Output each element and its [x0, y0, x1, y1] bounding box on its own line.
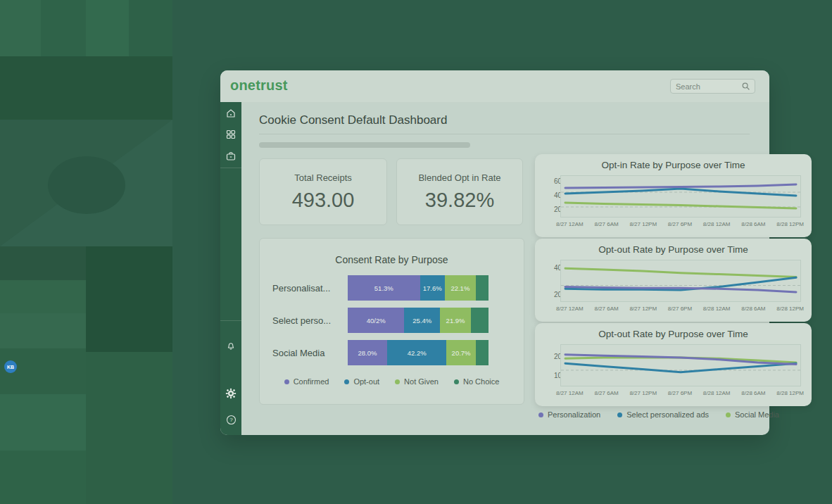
- bar-row: Social Media28.0%42.2%20.7%: [272, 340, 512, 365]
- line-series-personalization: [565, 184, 796, 188]
- x-axis-tick: 8/27 12AM: [556, 390, 584, 396]
- sidebar-item-briefcase[interactable]: [220, 149, 241, 164]
- legend-label: Personalization: [548, 410, 600, 419]
- bar-category-label: Select perso...: [272, 315, 348, 326]
- stacked-bar-chart: Personalisat...51.3%17.6%22.1%Select per…: [272, 275, 512, 372]
- x-axis-tick: 8/28 6AM: [741, 221, 765, 227]
- legend-label: Not Given: [404, 377, 439, 386]
- search-input[interactable]: Search: [670, 79, 755, 94]
- line-chart-card-1: Opt-in Rate by Purpose over Time20%40%60…: [535, 154, 812, 237]
- x-axis-tick: 8/28 12PM: [776, 221, 804, 227]
- legend-item: Select personalized ads: [617, 410, 709, 419]
- stat-value: 39.82%: [397, 189, 522, 212]
- legend-item: Opt-out: [344, 377, 379, 386]
- line-chart-card-3: Opt-out Rate by Purpose over Time10%20%8…: [535, 323, 812, 406]
- x-axis-tick: 8/28 12PM: [776, 305, 804, 312]
- legend-label: No Choice: [463, 377, 499, 386]
- bar-segment-opt-out: 17.6%: [420, 275, 445, 301]
- legend-dot: [344, 379, 349, 384]
- line-chart-card-2: Opt-out Rate by Purpose over Time20%40%8…: [535, 239, 812, 322]
- plot-area: [560, 344, 801, 386]
- x-axis-tick: 8/27 6AM: [594, 221, 618, 227]
- x-axis-tick: 8/27 6PM: [668, 221, 692, 227]
- x-axis-tick: 8/28 6AM: [741, 390, 765, 396]
- bar-segment-no-choice: [476, 275, 489, 301]
- search-icon: [742, 82, 750, 90]
- stat-label: Total Receipts: [260, 172, 386, 183]
- title-divider: [259, 134, 750, 134]
- sidebar-item-apps[interactable]: [220, 127, 241, 142]
- legend-dot: [726, 412, 731, 417]
- legend-label: Select personalized ads: [626, 410, 709, 419]
- consent-rate-by-purpose-card: Consent Rate by Purpose Personalisat...5…: [259, 238, 524, 405]
- bar-segment-value: 25.4%: [412, 317, 431, 325]
- bar-segment-no-choice: [471, 308, 489, 333]
- x-axis-tick: 8/28 6AM: [741, 305, 765, 312]
- x-axis-tick: 8/27 12PM: [629, 390, 657, 396]
- legend-item: Social Media: [726, 410, 779, 419]
- briefcase-icon: [226, 151, 236, 161]
- search-placeholder: Search: [676, 82, 700, 91]
- sidebar-divider-top: [220, 168, 241, 168]
- x-axis-tick: 8/28 12AM: [703, 305, 731, 312]
- user-avatar[interactable]: KB: [4, 360, 17, 373]
- bar-segment-opt-out: 42.2%: [387, 340, 446, 365]
- settings-button[interactable]: [220, 386, 241, 401]
- avatar-initials: KB: [7, 365, 14, 370]
- legend-dot: [538, 412, 543, 417]
- legend-dot: [284, 379, 289, 384]
- home-icon: [226, 108, 236, 118]
- help-icon: ?: [226, 415, 237, 425]
- bell-icon: [226, 341, 236, 351]
- line-series-select-personalized-ads: [565, 363, 796, 372]
- legend-item: Personalization: [538, 410, 600, 419]
- bar-segment-value: 21.9%: [446, 317, 465, 325]
- legend-label: Social Media: [735, 410, 779, 419]
- x-axis-tick: 8/28 12AM: [703, 221, 731, 227]
- bar-category-label: Social Media: [272, 348, 348, 358]
- x-axis-tick: 8/27 12AM: [556, 221, 584, 227]
- bar-segment-not-given: 21.9%: [440, 308, 471, 333]
- legend-dot: [617, 412, 622, 417]
- bar-track: 51.3%17.6%22.1%: [348, 275, 489, 301]
- bar-segment-value: 40/2%: [367, 317, 386, 325]
- line-chart-title: Opt-out Rate by Purpose over Time: [535, 244, 812, 255]
- loading-placeholder-bar: [259, 142, 470, 148]
- notifications-button[interactable]: [220, 338, 241, 353]
- bar-segment-value: 22.1%: [450, 284, 469, 292]
- legend-label: Confirmed: [294, 377, 329, 386]
- x-axis-tick: 8/27 6PM: [668, 305, 692, 312]
- bar-segment-not-given: 20.7%: [446, 340, 475, 365]
- x-axis-tick: 8/27 12PM: [629, 221, 657, 227]
- svg-text:?: ?: [229, 417, 233, 423]
- line-series-social-media: [565, 268, 796, 277]
- x-axis-tick: 8/27 6AM: [594, 390, 618, 396]
- gear-icon: [225, 388, 237, 399]
- sidebar-item-home[interactable]: [220, 106, 241, 121]
- bar-segment-value: 17.6%: [423, 284, 442, 292]
- legend-item: Confirmed: [284, 377, 329, 386]
- bar-chart-legend: ConfirmedOpt-outNot GivenNo Choice: [260, 377, 524, 386]
- x-axis-tick: 8/28 12PM: [776, 390, 804, 396]
- stat-value: 493.00: [260, 189, 386, 212]
- stat-label: Blended Opt in Rate: [397, 172, 522, 183]
- bar-row: Personalisat...51.3%17.6%22.1%: [272, 275, 512, 301]
- x-axis-labels: 8/27 12AM8/27 6AM8/27 12PM8/27 6PM8/28 1…: [556, 390, 804, 396]
- legend-item: No Choice: [454, 377, 499, 386]
- legend-dot: [454, 379, 459, 384]
- bar-segment-opt-out: 25.4%: [404, 308, 440, 333]
- bar-row: Select perso...40/2%25.4%21.9%: [272, 308, 512, 333]
- line-chart-title: Opt-out Rate by Purpose over Time: [535, 329, 812, 339]
- series-legend: PersonalizationSelect personalized adsSo…: [538, 410, 779, 419]
- stat-card-blended-opt-in-rate: Blended Opt in Rate 39.82%: [396, 158, 523, 225]
- plot-area: [560, 175, 801, 218]
- page-title: Cookie Consent Default Dashboard: [259, 113, 447, 127]
- x-axis-tick: 8/27 6AM: [594, 305, 618, 312]
- apps-grid-icon: [226, 130, 236, 139]
- bar-category-label: Personalisat...: [272, 283, 348, 294]
- legend-item: Not Given: [395, 377, 439, 386]
- bar-segment-value: 51.3%: [374, 284, 393, 292]
- help-button[interactable]: ?: [220, 412, 241, 427]
- bar-track: 40/2%25.4%21.9%: [348, 308, 489, 333]
- bar-segment-confirmed: 40/2%: [348, 308, 404, 333]
